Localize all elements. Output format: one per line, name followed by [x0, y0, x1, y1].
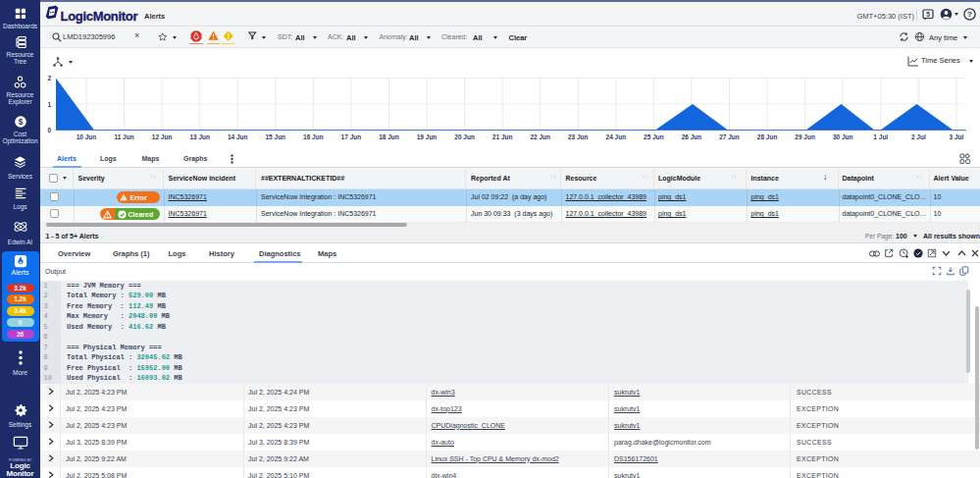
svg-text:26 Jun: 26 Jun [682, 133, 702, 140]
svg-text:15 Jun: 15 Jun [266, 133, 286, 140]
svg-text:13 Jun: 13 Jun [189, 133, 210, 140]
svg-text:27 Jun: 27 Jun [719, 133, 740, 140]
svg-text:?: ? [967, 10, 972, 19]
svg-text:20 Jun: 20 Jun [454, 133, 475, 140]
svg-text:12 Jun: 12 Jun [152, 133, 173, 140]
svg-text:14 Jun: 14 Jun [228, 133, 248, 140]
svg-text:30 Jun: 30 Jun [833, 133, 853, 140]
svg-text:23 Jun: 23 Jun [568, 133, 589, 140]
svg-text:22 Jun: 22 Jun [530, 133, 550, 140]
svg-text:2 Jul: 2 Jul [911, 133, 926, 140]
svg-text:0: 0 [47, 127, 51, 133]
svg-text:1: 1 [47, 100, 51, 107]
svg-text:3 Jul: 3 Jul [949, 133, 963, 140]
svg-text:25 Jun: 25 Jun [644, 133, 664, 140]
svg-text:18 Jun: 18 Jun [379, 133, 399, 140]
svg-text:10 Jun: 10 Jun [77, 133, 97, 140]
svg-text:21 Jun: 21 Jun [492, 133, 513, 140]
svg-text:1 Jul: 1 Jul [873, 133, 888, 140]
svg-text:2: 2 [47, 75, 51, 81]
svg-text:28 Jun: 28 Jun [757, 133, 778, 140]
svg-text:19 Jun: 19 Jun [417, 133, 438, 140]
svg-text:$: $ [18, 118, 23, 127]
svg-text:24 Jun: 24 Jun [606, 133, 627, 140]
svg-text:29 Jun: 29 Jun [795, 133, 815, 140]
svg-text:5: 5 [926, 10, 930, 17]
svg-text:17 Jun: 17 Jun [341, 133, 362, 140]
svg-text:16 Jun: 16 Jun [303, 133, 324, 140]
svg-text:11 Jun: 11 Jun [114, 133, 133, 140]
